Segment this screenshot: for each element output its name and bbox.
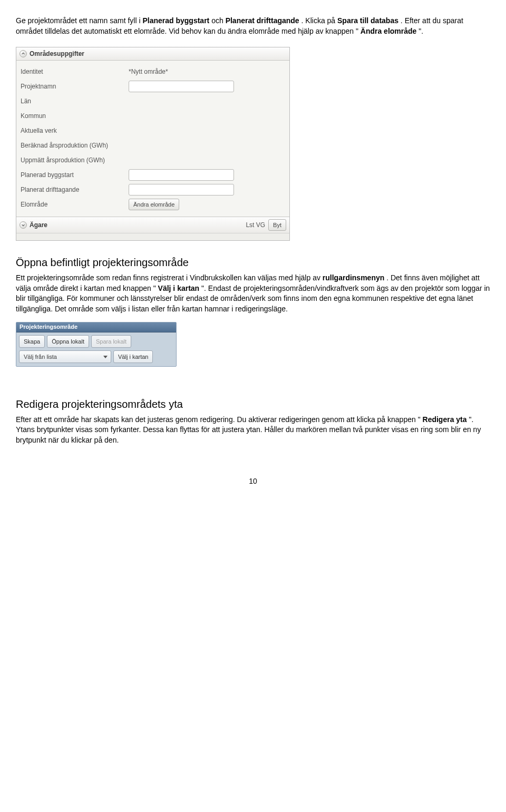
intro-t3: . Klicka på	[301, 16, 337, 25]
row-plan-bygg: Planerad byggstart	[21, 168, 285, 182]
dropdown-triangle-icon	[103, 356, 108, 358]
plan-bygg-input[interactable]	[129, 169, 234, 181]
valj-fran-lista-select[interactable]: Välj från lista	[19, 350, 111, 363]
intro-paragraph: Ge projektområdet ett namn samt fyll i P…	[16, 16, 490, 36]
chevron-down-icon	[20, 221, 27, 229]
aktuella-verk-label: Aktuella verk	[21, 127, 129, 134]
valj-fran-lista-label: Välj från lista	[24, 354, 57, 360]
row-kommun: Kommun	[21, 109, 285, 123]
agare-label: Ägare	[30, 221, 47, 229]
kommun-label: Kommun	[21, 112, 129, 120]
intro-b1: Planerad byggstart	[142, 16, 209, 25]
plan-bygg-label: Planerad byggstart	[21, 171, 129, 179]
spara-lokalt-button: Spara lokalt	[91, 335, 131, 348]
form-body: Identitet *Nytt område* Projektnamn Län …	[16, 61, 289, 217]
section2-paragraph: Ett projekteringsområde som redan finns …	[16, 273, 490, 314]
s3-b1: Redigera yta	[423, 415, 467, 424]
projektnamn-label: Projektnamn	[21, 83, 129, 90]
valj-i-kartan-button[interactable]: Välj i kartan	[113, 350, 153, 363]
s2-b1: rullgardinsmenyn	[323, 273, 384, 282]
intro-t2: och	[211, 16, 225, 25]
section3-paragraph: Efter att ett område har skapats kan det…	[16, 415, 490, 446]
uppmatt-label: Uppmätt årsproduktion (GWh)	[21, 156, 129, 164]
s3-t1: Efter att ett område har skapats kan det…	[16, 415, 421, 424]
page-number: 10	[16, 477, 490, 485]
plan-drift-input[interactable]	[129, 184, 234, 195]
agare-header[interactable]: Ägare Lst VG Byt	[16, 217, 289, 233]
row-beraknad: Beräknad årsproduktion (GWh)	[21, 139, 285, 152]
intro-t5: ".	[419, 27, 423, 35]
row-projektnamn: Projektnamn	[21, 80, 285, 93]
byt-button[interactable]: Byt	[268, 219, 286, 231]
row-plan-drift: Planerat drifttagande	[21, 183, 285, 197]
projektnamn-input[interactable]	[129, 81, 234, 92]
identitet-value: *Nytt område*	[129, 68, 168, 75]
oppna-lokalt-button[interactable]: Öppna lokalt	[47, 335, 89, 348]
projekteringsomrade-header: Projekteringsområde	[16, 322, 176, 332]
omradesuppgifter-panel: Områdesuppgifter Identitet *Nytt område*…	[16, 47, 290, 241]
intro-b4: Ändra elområde	[361, 27, 417, 35]
projekteringsomrade-panel: Projekteringsområde Skapa Öppna lokalt S…	[16, 322, 177, 367]
heading-redigera-yta: Redigera projekteringsområdets yta	[16, 398, 490, 410]
agare-value: Lst VG	[246, 221, 265, 229]
chevron-up-icon	[20, 50, 27, 57]
lan-label: Län	[21, 97, 129, 105]
skapa-button[interactable]: Skapa	[19, 335, 45, 348]
row-identitet: Identitet *Nytt område*	[21, 65, 285, 79]
omradesuppgifter-title: Områdesuppgifter	[30, 50, 84, 57]
panel2-row1: Skapa Öppna lokalt Spara lokalt	[16, 332, 176, 348]
beraknad-label: Beräknad årsproduktion (GWh)	[21, 142, 129, 149]
s2-b2: Välj i kartan	[158, 284, 200, 292]
andra-elomrade-button[interactable]: Ändra elområde	[129, 199, 179, 210]
row-elomrade: Elområde Ändra elområde	[21, 198, 285, 211]
identitet-label: Identitet	[21, 68, 129, 75]
row-uppmatt: Uppmätt årsproduktion (GWh)	[21, 153, 285, 167]
plan-drift-label: Planerat drifttagande	[21, 186, 129, 193]
row-lan: Län	[21, 94, 285, 108]
s2-t1: Ett projekteringsområde som redan finns …	[16, 273, 323, 282]
heading-oppna-befintligt: Öppna befintligt projekteringsområde	[16, 257, 490, 269]
elomrade-label: Elområde	[21, 201, 129, 208]
row-aktuella-verk: Aktuella verk	[21, 124, 285, 138]
omradesuppgifter-header[interactable]: Områdesuppgifter	[16, 47, 289, 61]
intro-b3: Spara till databas	[337, 16, 398, 25]
intro-t1: Ge projektområdet ett namn samt fyll i	[16, 16, 142, 25]
intro-b2: Planerat drifttagande	[226, 16, 299, 25]
panel-footer	[16, 233, 289, 240]
panel2-row2: Välj från lista Välj i kartan	[16, 348, 176, 363]
